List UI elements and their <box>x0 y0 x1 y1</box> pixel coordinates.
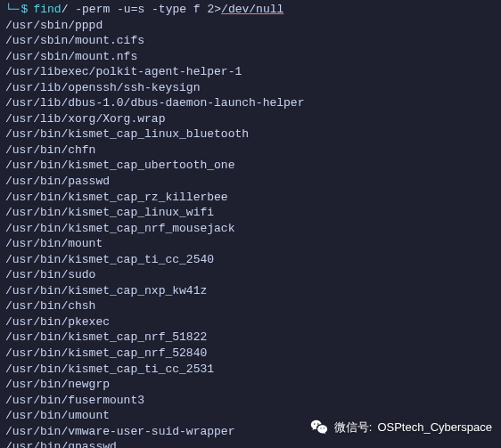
command-name: find <box>33 2 61 18</box>
command-redirect: /dev/null <box>221 2 283 18</box>
command-args: / -perm -u=s -type f 2> <box>62 2 221 18</box>
output-line: /usr/lib/xorg/Xorg.wrap <box>5 111 496 127</box>
wechat-icon <box>309 418 329 437</box>
output-line: /usr/bin/kismet_cap_ubertooth_one <box>5 158 496 174</box>
watermark: 微信号: OSPtech_Cyberspace <box>309 418 492 437</box>
output-line: /usr/bin/kismet_cap_nrf_mousejack <box>5 221 496 237</box>
output-line: /usr/bin/kismet_cap_linux_wifi <box>5 205 496 221</box>
output-line: /usr/bin/sudo <box>5 267 496 283</box>
output-line: /usr/sbin/pppd <box>5 18 496 34</box>
terminal-output: └─ $ find / -perm -u=s -type f 2> /dev/n… <box>0 0 501 448</box>
output-line: /usr/bin/kismet_cap_rz_killerbee <box>5 190 496 206</box>
watermark-prefix: 微信号: <box>334 419 373 436</box>
output-line: /usr/bin/kismet_cap_ti_cc_2540 <box>5 252 496 268</box>
output-line: /usr/bin/gpasswd <box>5 439 496 448</box>
output-line: /usr/bin/fusermount3 <box>5 393 496 409</box>
output-line: /usr/sbin/mount.nfs <box>5 49 496 65</box>
watermark-name: OSPtech_Cyberspace <box>377 419 492 436</box>
output-line: /usr/bin/chfn <box>5 143 496 159</box>
output-line: /usr/bin/kismet_cap_nrf_51822 <box>5 330 496 346</box>
output-line: /usr/bin/kismet_cap_linux_bluetooth <box>5 126 496 143</box>
output-line: /usr/bin/mount <box>5 236 496 252</box>
prompt-prefix: └─ <box>5 2 20 18</box>
output-line: /usr/lib/dbus-1.0/dbus-daemon-launch-hel… <box>5 95 496 111</box>
output-line: /usr/bin/kismet_cap_nrf_52840 <box>5 346 496 362</box>
output-line: /usr/bin/passwd <box>5 174 496 190</box>
output-line: /usr/lib/openssh/ssh-keysign <box>5 80 496 96</box>
prompt-dollar: $ <box>21 2 29 18</box>
command-prompt-line: └─ $ find / -perm -u=s -type f 2> /dev/n… <box>5 2 496 18</box>
output-line: /usr/bin/pkexec <box>5 314 496 330</box>
output-line: /usr/bin/kismet_cap_nxp_kw41z <box>5 283 496 299</box>
output-list: /usr/sbin/pppd/usr/sbin/mount.cifs/usr/s… <box>5 18 496 448</box>
output-line: /usr/bin/newgrp <box>5 377 496 393</box>
output-line: /usr/libexec/polkit-agent-helper-1 <box>5 64 496 80</box>
output-line: /usr/sbin/mount.cifs <box>5 33 496 49</box>
output-line: /usr/bin/kismet_cap_ti_cc_2531 <box>5 362 496 378</box>
output-line: /usr/bin/chsh <box>5 298 496 314</box>
